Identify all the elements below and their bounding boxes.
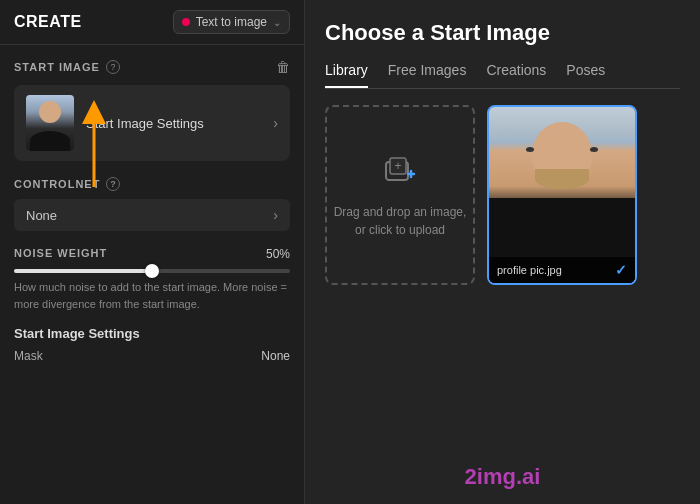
mask-key: Mask bbox=[14, 349, 43, 363]
card-chevron-icon: › bbox=[273, 115, 278, 131]
start-image-header: START IMAGE ? 🗑 bbox=[14, 59, 290, 75]
right-eye bbox=[590, 147, 598, 152]
start-image-settings-label: Start Image Settings bbox=[86, 116, 204, 131]
left-panel: CREATE Text to image ⌄ START IMAGE ? 🗑 S… bbox=[0, 0, 305, 504]
settings-section: Start Image Settings Mask None bbox=[14, 326, 290, 363]
check-icon: ✓ bbox=[615, 262, 627, 278]
noise-slider-track[interactable] bbox=[14, 269, 290, 273]
select-chevron-icon: › bbox=[273, 207, 278, 223]
app-header: CREATE Text to image ⌄ bbox=[0, 0, 304, 45]
images-grid: + Drag and drop an image, or click to up… bbox=[325, 105, 680, 285]
app-title: CREATE bbox=[14, 13, 82, 31]
tab-poses[interactable]: Poses bbox=[566, 62, 605, 88]
beard bbox=[535, 169, 589, 189]
watermark: 2img.ai bbox=[465, 464, 541, 490]
controlnet-select[interactable]: None › bbox=[14, 199, 290, 231]
noise-label: Noise Weight bbox=[14, 247, 107, 261]
right-title: Choose a Start Image bbox=[325, 20, 680, 46]
upload-text: Drag and drop an image, or click to uplo… bbox=[327, 203, 473, 239]
controlnet-value: None bbox=[26, 208, 57, 223]
noise-description: How much noise to add to the start image… bbox=[14, 279, 290, 312]
tab-creations[interactable]: Creations bbox=[486, 62, 546, 88]
settings-title: Start Image Settings bbox=[14, 326, 290, 341]
delete-icon[interactable]: 🗑 bbox=[276, 59, 290, 75]
noise-slider-thumb[interactable] bbox=[145, 264, 159, 278]
noise-slider-fill bbox=[14, 269, 152, 273]
start-image-thumbnail bbox=[26, 95, 74, 151]
controlnet-label: ControlNet ? bbox=[14, 177, 290, 191]
start-image-card[interactable]: Start Image Settings › bbox=[14, 85, 290, 161]
image-filename: profile pic.jpg bbox=[497, 264, 562, 276]
noise-header: Noise Weight 50% bbox=[14, 247, 290, 261]
selected-image-card[interactable]: profile pic.jpg ✓ bbox=[487, 105, 637, 285]
start-image-label: START IMAGE bbox=[14, 61, 100, 73]
svg-text:+: + bbox=[394, 159, 401, 173]
thumbnail-face bbox=[26, 95, 74, 151]
upload-zone[interactable]: + Drag and drop an image, or click to up… bbox=[325, 105, 475, 285]
image-label-bar: profile pic.jpg ✓ bbox=[489, 257, 635, 283]
tab-free-images[interactable]: Free Images bbox=[388, 62, 467, 88]
settings-row-mask: Mask None bbox=[14, 349, 290, 363]
start-image-help-icon[interactable]: ? bbox=[106, 60, 120, 74]
chevron-down-icon: ⌄ bbox=[273, 17, 281, 28]
left-content: START IMAGE ? 🗑 Start Image Settings › bbox=[0, 45, 304, 504]
tabs-row: Library Free Images Creations Poses bbox=[325, 62, 680, 89]
mode-dot bbox=[182, 18, 190, 26]
mode-selector[interactable]: Text to image ⌄ bbox=[173, 10, 290, 34]
right-panel: Choose a Start Image Library Free Images… bbox=[305, 0, 700, 504]
upload-icon: + bbox=[382, 152, 418, 195]
noise-percent: 50% bbox=[266, 247, 290, 261]
tab-library[interactable]: Library bbox=[325, 62, 368, 88]
mode-label: Text to image bbox=[196, 15, 267, 29]
noise-section: Noise Weight 50% How much noise to add t… bbox=[14, 247, 290, 312]
left-eye bbox=[526, 147, 534, 152]
mask-value: None bbox=[261, 349, 290, 363]
controlnet-section: ControlNet ? None › bbox=[14, 177, 290, 231]
controlnet-help-icon[interactable]: ? bbox=[106, 177, 120, 191]
